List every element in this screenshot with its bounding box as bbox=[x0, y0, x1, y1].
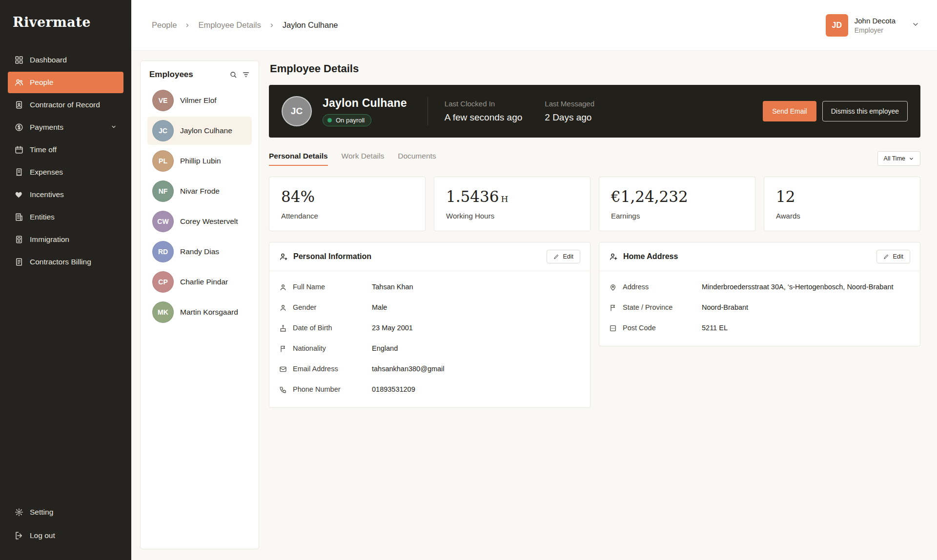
field-label: State / Province bbox=[623, 303, 696, 311]
edit-home-address-button[interactable]: Edit bbox=[876, 250, 910, 263]
info-row-nationality: Nationality England bbox=[279, 344, 580, 353]
breadcrumb-people[interactable]: People bbox=[152, 20, 177, 30]
info-row-gender: Gender Male bbox=[279, 303, 580, 312]
billing-icon bbox=[15, 258, 23, 266]
tab-personal-details[interactable]: Personal Details bbox=[269, 152, 328, 166]
field-label: Post Code bbox=[623, 324, 696, 332]
card-title: Home Address bbox=[623, 252, 678, 261]
employees-panel-header: Employees bbox=[147, 70, 252, 80]
sidebar-item-people[interactable]: People bbox=[8, 72, 123, 93]
status-dot-icon bbox=[327, 118, 332, 122]
stat-value: 12 bbox=[776, 188, 795, 205]
topbar: People Employee Details Jaylon Culhane J… bbox=[131, 0, 937, 51]
info-row-email: Email Address tahsankhan380@gmail bbox=[279, 365, 580, 373]
list-item-employee[interactable]: CW Corey Westervelt bbox=[147, 207, 252, 236]
app-logo: Rivermate bbox=[13, 15, 119, 30]
list-item-employee[interactable]: NF Nivar Frode bbox=[147, 177, 252, 205]
chevron-down-icon bbox=[111, 123, 117, 132]
card-title: Personal Information bbox=[293, 252, 371, 261]
avatar: CW bbox=[152, 211, 174, 232]
last-messaged-value: 2 Days ago bbox=[545, 112, 594, 123]
sidebar-item-entities[interactable]: Entities bbox=[8, 206, 123, 228]
sidebar-item-immigration[interactable]: Immigration bbox=[8, 229, 123, 250]
employee-profile-card: JC Jaylon Culhane On payroll Last Clocke… bbox=[269, 85, 920, 138]
sidebar-item-label: Entities bbox=[30, 213, 55, 221]
profile-actions: Send Email Dismiss this employee bbox=[763, 101, 908, 121]
sidebar-item-incentives[interactable]: Incentives bbox=[8, 184, 123, 205]
info-row-post-code: Post Code 5211 EL bbox=[609, 324, 910, 332]
breadcrumb-employee-details[interactable]: Employee Details bbox=[198, 20, 261, 30]
stat-label: Earnings bbox=[611, 212, 743, 220]
info-row-date-of-birth: Date of Birth 23 May 2001 bbox=[279, 324, 580, 332]
sidebar-item-label: Incentives bbox=[30, 190, 64, 199]
field-value: Minderbroedersstraat 30A, ‘s-Hertogenbos… bbox=[702, 283, 894, 291]
sidebar-item-label: Log out bbox=[30, 531, 55, 540]
content-area: People Employee Details Jaylon Culhane J… bbox=[131, 0, 937, 560]
card-header: Home Address Edit bbox=[599, 242, 920, 271]
dashboard-icon bbox=[15, 56, 23, 64]
sidebar-item-label: Contractor of Record bbox=[30, 100, 100, 109]
list-item-employee[interactable]: RD Randy Dias bbox=[147, 238, 252, 266]
stat-suffix: H bbox=[501, 194, 508, 204]
field-label: Full Name bbox=[293, 283, 366, 291]
field-value: Noord-Brabant bbox=[702, 303, 748, 311]
field-label: Phone Number bbox=[293, 385, 366, 393]
tab-documents[interactable]: Documents bbox=[398, 152, 436, 166]
sidebar-item-setting[interactable]: Setting bbox=[8, 501, 123, 523]
id-badge-icon bbox=[15, 100, 23, 109]
search-icon[interactable] bbox=[229, 71, 237, 79]
filter-icon[interactable] bbox=[242, 71, 250, 79]
sidebar-item-expenses[interactable]: Expenses bbox=[8, 161, 123, 183]
user-icon bbox=[279, 304, 287, 312]
cake-icon bbox=[279, 324, 287, 332]
list-item-employee[interactable]: MK Martin Korsgaard bbox=[147, 298, 252, 326]
last-messaged-label: Last Messaged bbox=[545, 100, 594, 108]
tab-work-details[interactable]: Work Details bbox=[342, 152, 385, 166]
avatar: RD bbox=[152, 241, 174, 262]
user-menu[interactable]: JD John Decota Employer bbox=[826, 14, 919, 37]
stat-label: Working Hours bbox=[446, 212, 578, 220]
sidebar-item-contractors-billing[interactable]: Contractors Billing bbox=[8, 251, 123, 273]
sidebar-item-logout[interactable]: Log out bbox=[8, 525, 123, 546]
employee-name: Corey Westervelt bbox=[180, 217, 238, 226]
last-clocked-in-label: Last Clocked In bbox=[445, 100, 523, 108]
list-item-employee[interactable]: PL Phillip Lubin bbox=[147, 147, 252, 175]
sidebar-item-time-off[interactable]: Time off bbox=[8, 139, 123, 160]
employee-name: Phillip Lubin bbox=[180, 157, 221, 165]
stat-card-awards: 12 Awards bbox=[764, 177, 920, 231]
employees-tools bbox=[229, 71, 250, 79]
location-icon bbox=[609, 283, 617, 291]
sidebar-item-label: Time off bbox=[30, 145, 57, 154]
send-email-button[interactable]: Send Email bbox=[763, 101, 816, 121]
stat-value: €1,24,232 bbox=[611, 188, 688, 205]
sidebar-item-contractor-of-record[interactable]: Contractor of Record bbox=[8, 94, 123, 116]
flag-icon bbox=[609, 304, 617, 312]
stat-value: 84% bbox=[281, 188, 315, 205]
avatar: JC bbox=[282, 96, 312, 126]
card-body: Address Minderbroedersstraat 30A, ‘s-Her… bbox=[599, 271, 920, 346]
status-label: On payroll bbox=[336, 117, 365, 124]
sidebar-item-payments[interactable]: Payments bbox=[8, 117, 123, 138]
main-content: Employee Details JC Jaylon Culhane On pa… bbox=[269, 60, 920, 549]
list-item-employee[interactable]: VE Vilmer Elof bbox=[147, 86, 252, 115]
divider bbox=[428, 97, 428, 125]
field-value: 23 May 2001 bbox=[372, 324, 413, 332]
field-value: 5211 EL bbox=[702, 324, 728, 332]
dismiss-employee-button[interactable]: Dismiss this employee bbox=[822, 101, 908, 121]
list-item-employee-selected[interactable]: JC Jaylon Culhane bbox=[147, 117, 252, 145]
field-value: tahsankhan380@gmail bbox=[372, 365, 445, 373]
chevron-right-icon bbox=[184, 22, 190, 28]
last-clocked-in-value: A few seconds ago bbox=[445, 112, 523, 123]
receipt-icon bbox=[15, 168, 23, 177]
edit-personal-info-button[interactable]: Edit bbox=[547, 250, 580, 263]
field-label: Date of Birth bbox=[293, 324, 366, 332]
time-filter-dropdown[interactable]: All Time bbox=[877, 151, 920, 166]
list-item-employee[interactable]: CP Charlie Pindar bbox=[147, 268, 252, 296]
employee-name: Nivar Frode bbox=[180, 187, 220, 196]
stat-label: Attendance bbox=[281, 212, 413, 220]
flag-icon bbox=[279, 345, 287, 353]
user-icon bbox=[279, 283, 287, 291]
employee-name: Charlie Pindar bbox=[180, 278, 228, 286]
sidebar-item-dashboard[interactable]: Dashboard bbox=[8, 49, 123, 71]
personal-information-card: Personal Information Edit Full Name Tahs… bbox=[269, 242, 591, 408]
